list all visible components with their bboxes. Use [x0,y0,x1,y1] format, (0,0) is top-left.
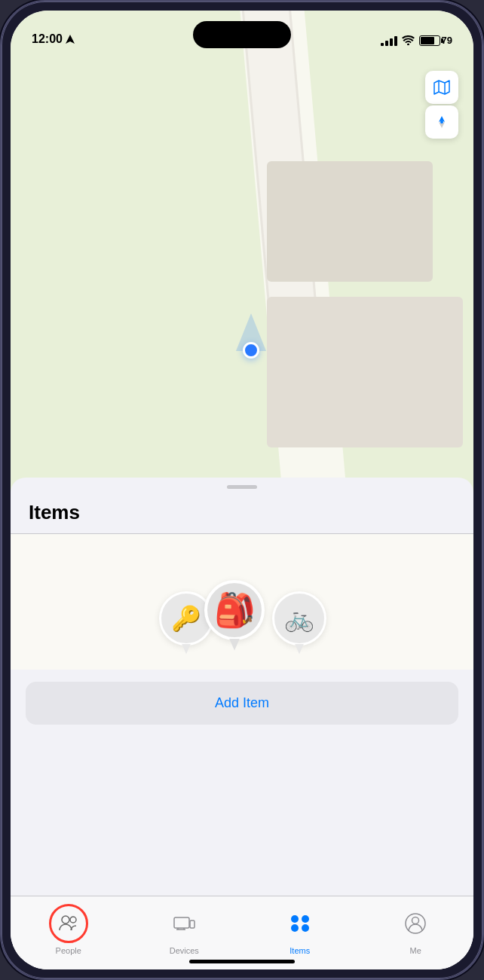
map-icon [433,80,450,95]
status-icons: 79 [381,35,452,46]
map-area: 12:00 [11,11,473,523]
devices-tab-icon-wrapper [164,904,204,943]
screen: 12:00 [11,11,473,969]
location-dot [243,342,259,359]
tab-people[interactable]: People [11,904,127,955]
me-icon [405,913,426,934]
map-background [11,11,473,523]
bike-pin[interactable]: 🚲 [272,591,326,655]
me-tab-label: Me [410,946,421,955]
me-tab-icon-wrapper [396,904,435,943]
location-arrow-icon [66,35,75,44]
battery-indicator: 79 [419,35,452,46]
svg-rect-4 [190,920,195,928]
items-map-section: 🔑 🎒 🚲 [11,534,473,670]
svg-point-0 [440,121,443,124]
items-icon [289,913,311,934]
home-indicator [189,960,295,963]
devices-icon [173,914,195,933]
svg-point-2 [70,917,76,923]
dynamic-island [193,21,291,48]
svg-point-5 [291,915,299,923]
tab-me[interactable]: Me [358,904,474,955]
pins-cluster: 🔑 🎒 🚲 [144,549,340,655]
backpack-pin-circle: 🎒 [204,580,265,640]
bike-pin-circle: 🚲 [272,591,326,646]
add-item-button[interactable]: Add Item [26,682,458,725]
map-controls [425,71,458,139]
map-type-button[interactable] [425,71,458,104]
tab-devices[interactable]: Devices [127,904,243,955]
svg-point-8 [302,924,309,932]
items-tab-icon-wrapper [280,904,320,943]
tab-items[interactable]: Items [242,904,358,955]
compass-icon [434,114,449,130]
status-time: 12:00 [32,32,75,46]
location-marker [243,342,259,359]
tab-bar: People Devices [11,896,473,969]
svg-point-6 [302,915,309,923]
wifi-icon [402,35,415,45]
people-tab-label: People [56,946,81,955]
sheet-title: Items [11,489,473,533]
svg-point-7 [291,924,299,932]
svg-point-1 [62,916,69,924]
svg-point-10 [412,917,419,924]
time-display: 12:00 [32,32,63,46]
bike-pin-tail [295,644,304,655]
items-tab-label: Items [289,946,310,955]
location-center-button[interactable] [425,105,458,139]
people-tab-icon-wrapper [49,904,88,943]
signal-icon [381,35,397,46]
svg-rect-3 [174,917,189,928]
battery-pct: 79 [442,35,452,46]
devices-tab-label: Devices [170,946,199,955]
people-icon [58,914,79,933]
backpack-pin-tail [229,639,240,651]
key-pin-tail [182,644,191,655]
phone-frame: 12:00 [0,0,484,980]
backpack-pin[interactable]: 🎒 [204,580,265,651]
